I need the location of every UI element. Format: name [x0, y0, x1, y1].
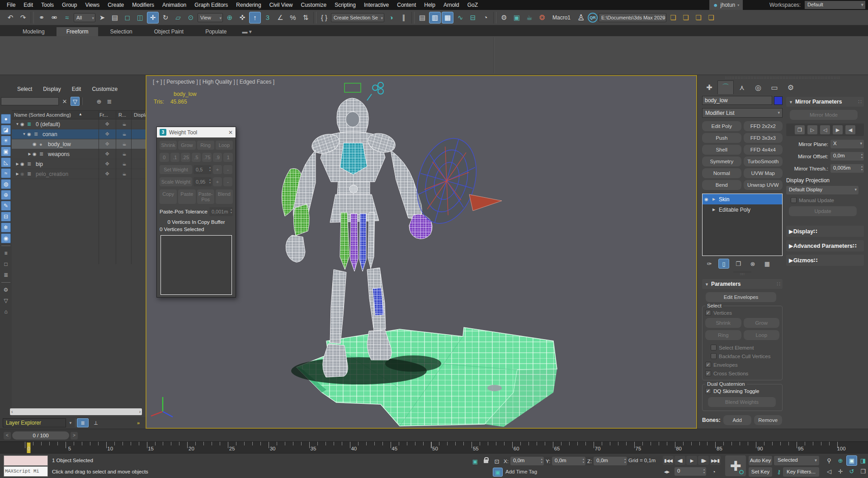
- tree-item-label[interactable]: bip: [34, 161, 43, 167]
- clear-search-icon[interactable]: ✕: [60, 97, 69, 106]
- render-production-icon[interactable]: ☕: [524, 12, 535, 24]
- hierarchy-view-icon[interactable]: ⊥: [90, 418, 102, 427]
- filter-bones-icon[interactable]: ✎: [1, 201, 11, 211]
- configure-modifier-sets-icon[interactable]: ▦: [762, 259, 773, 269]
- layer-tools-icon[interactable]: ≣: [105, 97, 114, 106]
- expand-arrow-icon[interactable]: ▶: [14, 172, 20, 176]
- zoom-all-icon[interactable]: ⊕: [835, 455, 846, 466]
- snaps-toggle-icon[interactable]: 3: [262, 12, 274, 24]
- toggle-layer-explorer-icon[interactable]: ▥: [429, 12, 441, 24]
- frozen-icon[interactable]: ✥: [100, 141, 114, 147]
- filter-shapes-icon[interactable]: ◪: [1, 125, 11, 135]
- next-frame-button[interactable]: >: [71, 432, 78, 440]
- frozen-icon[interactable]: ✥: [100, 121, 114, 127]
- tree-item-label[interactable]: conan: [41, 131, 57, 137]
- folder-new-icon[interactable]: ❏: [680, 12, 692, 24]
- add-time-tag[interactable]: Add Time Tag: [505, 469, 537, 474]
- viewport-label[interactable]: [ + ] [ Perspective ] [ High Quality ] […: [153, 79, 274, 85]
- tab-hierarchy[interactable]: ⋏: [734, 80, 750, 94]
- paste-green-to-blue-bones-icon[interactable]: ▷: [807, 125, 817, 134]
- perspective-viewport[interactable]: [ + ] [ Perspective ] [ High Quality ] […: [146, 75, 697, 429]
- weight-preset-button[interactable]: .75: [202, 153, 212, 162]
- shrink-button[interactable]: Shrink: [705, 318, 741, 328]
- sx-menu-edit[interactable]: Edit: [67, 85, 86, 93]
- z-coordinate-field[interactable]: 0,0m: [594, 457, 627, 465]
- tree-row[interactable]: ▶ ◉ ≣ pelo_creation ✥ ☕: [12, 169, 146, 179]
- paste-blue-to-green-verts-icon[interactable]: ◀: [845, 125, 855, 134]
- visibility-eye-icon[interactable]: ◉: [20, 171, 27, 176]
- horizontal-scrollbar[interactable]: ‹ ›: [10, 408, 142, 415]
- ribbon-tab-object-paint[interactable]: Object Paint: [144, 27, 193, 36]
- filter-space-warps-icon[interactable]: ≈: [1, 168, 11, 178]
- filter-collection-icon[interactable]: ⌂: [1, 307, 11, 317]
- menu-scripting[interactable]: Scripting: [330, 0, 360, 10]
- expand-arrow-icon[interactable]: ▶: [14, 162, 20, 166]
- render-icon[interactable]: ☕: [118, 141, 131, 147]
- select-and-rotate-icon[interactable]: ↻: [160, 12, 171, 24]
- project-folder-dropdown[interactable]: E:\Documents\3ds Max 2020: [599, 13, 666, 22]
- modifier-unwrap-uvw[interactable]: Unwrap UVW: [744, 180, 783, 190]
- menu-tools[interactable]: Tools: [37, 0, 58, 10]
- tree-item-label[interactable]: weapons: [47, 151, 70, 157]
- redo-icon[interactable]: ↷: [17, 12, 29, 24]
- make-unique-icon[interactable]: ❐: [733, 259, 744, 269]
- modifier-expand-icon[interactable]: ▶: [712, 197, 717, 201]
- tab-motion[interactable]: ◎: [750, 80, 766, 94]
- menu-customize[interactable]: Customize: [297, 0, 331, 10]
- next-frame-icon[interactable]: ▮▶: [698, 456, 709, 465]
- zoom-extents-icon[interactable]: ▣: [846, 455, 857, 466]
- weight-copy-button[interactable]: Blend: [216, 189, 233, 204]
- paste-green-to-blue-verts-icon[interactable]: ▶: [833, 125, 843, 134]
- display-projection-dropdown[interactable]: Default Display: [786, 186, 859, 194]
- lock-explorer-icon[interactable]: [84, 97, 93, 106]
- maximize-viewport-icon[interactable]: ❒: [858, 466, 868, 477]
- tree-row[interactable]: ◉ ● body_low ✥ ☕: [12, 139, 146, 149]
- set-key-filters-icon[interactable]: ⚷: [774, 467, 784, 476]
- auto-key-button[interactable]: Auto Key: [749, 456, 772, 465]
- workspace-dropdown[interactable]: Default: [805, 1, 865, 9]
- menu-goz[interactable]: GoZ: [463, 0, 482, 10]
- scroll-left-icon[interactable]: ‹: [11, 409, 13, 414]
- ring-button[interactable]: Ring: [705, 330, 741, 340]
- loop-button[interactable]: Loop: [744, 330, 780, 340]
- sx-menu-customize[interactable]: Customize: [87, 85, 122, 93]
- render-column-header[interactable]: R...: [118, 112, 126, 118]
- select-element-checkbox[interactable]: [711, 345, 717, 350]
- blank-filter-icon[interactable]: □: [1, 259, 11, 269]
- time-slider-frame-display[interactable]: 0 / 100: [12, 431, 69, 440]
- keyboard-shortcut-override-icon[interactable]: ↑: [249, 12, 261, 24]
- remove-bones-button[interactable]: Remove: [754, 415, 782, 425]
- modifier-stack-row[interactable]: ◉ ▶ Skin: [703, 194, 782, 204]
- panel-grip[interactable]: ∷∷∷∷∷∷∷∷∷∷∷∷∷∷∷∷∷∷∷∷∷∷∷∷∷∷∷∷∷∷∷∷∷∷∷∷: [698, 76, 868, 80]
- menu-interactive[interactable]: Interactive: [360, 0, 393, 10]
- frozen-icon[interactable]: ✥: [100, 151, 114, 157]
- edit-named-selection-sets-icon[interactable]: { }: [318, 12, 330, 24]
- go-to-end-icon[interactable]: ▶▶▮: [710, 456, 721, 465]
- render-icon[interactable]: ☕: [118, 131, 131, 137]
- backface-cull-checkbox[interactable]: [711, 353, 717, 359]
- select-and-link-icon[interactable]: ⚭: [36, 12, 47, 24]
- window-crossing-icon[interactable]: ◫: [134, 12, 146, 24]
- blend-weights-button[interactable]: Blend Weights: [708, 397, 776, 407]
- tab-modify[interactable]: ⌒: [717, 80, 734, 94]
- manual-update-checkbox[interactable]: [791, 197, 797, 203]
- close-icon[interactable]: ✕: [228, 129, 233, 136]
- sx-menu-select[interactable]: Select: [13, 85, 37, 93]
- modifier-ffd-2x2x2[interactable]: FFD 2x2x2: [744, 121, 783, 131]
- selection-filter-dropdown[interactable]: All: [74, 13, 95, 22]
- layer-view-icon[interactable]: ≣: [77, 418, 89, 427]
- folder-script-icon[interactable]: ❏: [705, 12, 717, 24]
- filter-selected-icon[interactable]: ▽: [71, 97, 80, 106]
- show-hidden-icon[interactable]: ◉: [1, 233, 11, 243]
- filter-materials-icon[interactable]: ◍: [1, 179, 11, 189]
- select-and-move-icon[interactable]: ✛: [147, 12, 159, 24]
- modifier-stack-label[interactable]: Skin: [719, 196, 729, 203]
- mirror-parameters-rollout-header[interactable]: ▼Mirror Parameters∷: [786, 97, 864, 107]
- render-setup-icon[interactable]: ⚙: [498, 12, 510, 24]
- cross-sections-checkbox[interactable]: ✔: [705, 370, 711, 376]
- percent-snap-icon[interactable]: %: [287, 12, 299, 24]
- tab-utilities[interactable]: ⚙: [783, 80, 799, 94]
- modifier-symmetry[interactable]: Symmetry: [702, 156, 741, 166]
- weight-copy-button[interactable]: Copy: [160, 189, 177, 204]
- menu-group[interactable]: Group: [58, 0, 81, 10]
